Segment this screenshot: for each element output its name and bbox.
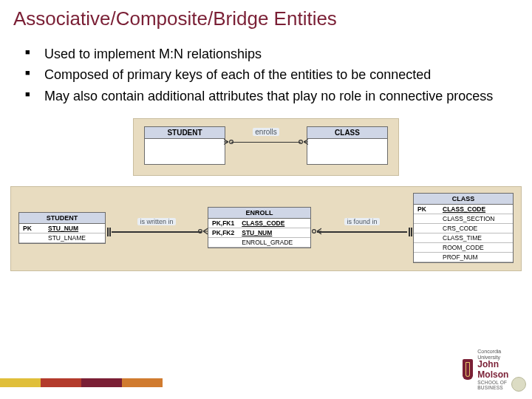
entity-header: STUDENT [19, 213, 105, 224]
table-row: STU_LNAME [19, 233, 105, 242]
entity-header: CLASS [414, 194, 513, 205]
university-name: Concordia University [477, 349, 514, 360]
entity-class-top: CLASS [307, 126, 388, 165]
table-row: PROF_NUM [414, 252, 513, 262]
table-row: PKCLASS_CODE [414, 205, 513, 214]
entity-header: ENROLL [208, 208, 310, 219]
table-row: CRS_CODE [414, 223, 513, 233]
bullet-item: May also contain additional attributes t… [44, 87, 495, 105]
school-logo: Concordia University John Molson SCHOOL … [463, 349, 514, 390]
relation-label: enrolls [253, 128, 279, 136]
svg-point-3 [313, 230, 316, 233]
crest-icon [463, 359, 473, 380]
school-name: John Molson [477, 360, 514, 379]
brand-stripe [0, 378, 163, 387]
school-subtitle: SCHOOL OF BUSINESS [477, 380, 514, 390]
svg-point-2 [199, 230, 202, 233]
top-erd-diagram: STUDENT enrolls CLASS [0, 118, 532, 176]
page-marker-icon [511, 377, 526, 392]
table-row: ENROLL_GRADE [208, 238, 310, 248]
bullet-item: Used to implement M:N relationships [44, 45, 495, 63]
relation-is-written-in: is written in [106, 218, 208, 237]
table-row: ROOM_CODE [414, 242, 513, 252]
entity-header: CLASS [307, 127, 387, 139]
entity-header: STUDENT [145, 127, 225, 139]
one-and-only-one-icon [106, 228, 112, 236]
svg-point-1 [299, 140, 303, 143]
entity-enroll: ENROLL PK,FK1CLASS_CODE PK,FK2STU_NUM EN… [208, 207, 311, 248]
bullet-item: Composed of primary keys of each of the … [44, 66, 495, 83]
bottom-erd-diagram: STUDENT PKSTU_NUM STU_LNAME is written i… [10, 186, 522, 271]
bullet-list: Used to implement M:N relationships Comp… [0, 30, 532, 105]
one-and-only-one-icon [407, 228, 413, 236]
entity-class: CLASS PKCLASS_CODE CLASS_SECTION CRS_COD… [413, 193, 514, 263]
crowfoot-many-icon [298, 137, 308, 147]
slide-title: Associative/Composite/Bridge Entities [0, 0, 532, 30]
entity-student: STUDENT PKSTU_NUM STU_LNAME [18, 212, 106, 244]
relation-is-found-in: is found in [311, 218, 413, 237]
relation-label: is found in [344, 218, 379, 225]
relation-label: is written in [137, 218, 175, 225]
entity-student-top: STUDENT [144, 126, 225, 165]
relation-enrolls: enrolls [225, 126, 307, 148]
table-row: CLASS_TIME [414, 233, 513, 242]
crowfoot-many-icon [197, 226, 208, 236]
table-row: PK,FK2STU_NUM [208, 228, 310, 238]
slide-footer: Concordia University John Molson SCHOOL … [0, 368, 532, 399]
table-row: CLASS_SECTION [414, 214, 513, 223]
table-row: PKSTU_NUM [19, 224, 105, 233]
table-row: PK,FK1CLASS_CODE [208, 219, 310, 228]
